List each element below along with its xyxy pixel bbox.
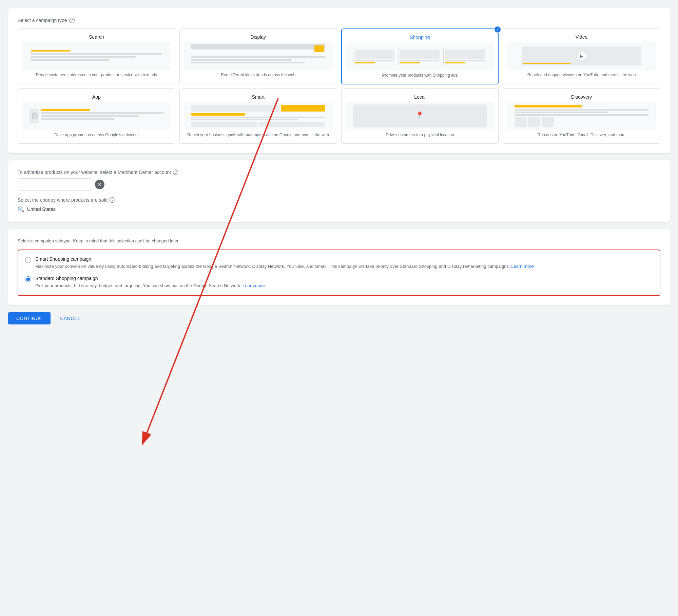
search-title: Search [22, 34, 171, 40]
country-search-icon: 🔍 [18, 206, 24, 213]
local-title: Local [346, 94, 495, 100]
smart-shopping-title: Smart Shopping campaign [35, 256, 534, 262]
campaign-card-smart[interactable]: Smart [179, 88, 337, 144]
shopping-preview [346, 43, 494, 70]
country-value: United States [27, 206, 56, 212]
continue-button[interactable]: CONTINUE [8, 312, 51, 324]
standard-shopping-title: Standard Shopping campaign [35, 276, 265, 281]
standard-shopping-content: Standard Shopping campaign Pick your pro… [35, 276, 265, 289]
merchant-input-row: ✕ [18, 178, 660, 191]
standard-shopping-radio[interactable] [25, 276, 31, 282]
country-label-text: Select the country where products are so… [18, 197, 108, 203]
svg-line-3 [142, 98, 278, 444]
smart-shopping-radio[interactable] [25, 257, 31, 263]
app-desc: Drive app promotion across Google's netw… [22, 132, 171, 138]
search-preview [22, 42, 171, 69]
local-desc: Drive customers to a physical location [346, 132, 495, 138]
video-title: Video [507, 34, 656, 40]
discovery-desc: Run ads on YouTube, Gmail, Discover, and… [507, 132, 656, 138]
smart-shopping-desc: Maximize your conversion value by using … [35, 263, 534, 270]
phone-icon [30, 109, 39, 123]
video-desc: Reach and engage viewers on YouTube and … [507, 72, 656, 78]
standard-shopping-desc-text: Pick your products, bid strategy, budget… [35, 283, 241, 288]
campaign-card-display[interactable]: Display Run different kinds of ads acros… [179, 28, 337, 84]
campaign-card-local[interactable]: Local 📍 Drive customers to a physical lo… [341, 88, 499, 144]
merchant-center-card: To advertise products on your website, s… [8, 160, 670, 222]
discovery-title: Discovery [507, 94, 656, 100]
shopping-title: Shopping [346, 35, 494, 40]
standard-shopping-learn-more[interactable]: Learn more [243, 283, 265, 288]
play-icon: ▶ [578, 52, 586, 60]
merchant-clear-button[interactable]: ✕ [95, 180, 104, 189]
search-desc: Reach customers interested in your produ… [22, 72, 171, 78]
svg-rect-1 [33, 114, 35, 114]
merchant-help-icon[interactable]: ? [173, 170, 178, 175]
annotation-arrow [0, 0, 678, 616]
campaign-type-help-icon[interactable]: ? [69, 18, 75, 23]
svg-rect-0 [32, 113, 36, 119]
smart-preview [184, 102, 333, 130]
standard-shopping-option: Standard Shopping campaign Pick your pro… [25, 276, 653, 289]
subtype-selection-box: Smart Shopping campaign Maximize your co… [18, 250, 660, 296]
display-preview [184, 42, 333, 69]
smart-desc: Reach your business goals with automated… [184, 132, 333, 138]
smart-shopping-desc-text: Maximize your conversion value by using … [35, 264, 510, 269]
app-preview [22, 102, 171, 130]
smart-title: Smart [184, 94, 333, 100]
merchant-title-text: To advertise products on your website, s… [18, 170, 171, 175]
smart-shopping-option: Smart Shopping campaign Maximize your co… [25, 256, 653, 270]
campaign-type-label: Select a campaign type [18, 18, 67, 23]
shopping-checkmark: ✓ [494, 26, 501, 33]
standard-shopping-desc: Pick your products, bid strategy, budget… [35, 282, 265, 289]
campaign-type-card: Select a campaign type ? Search Reach cu… [8, 8, 670, 153]
country-label: Select the country where products are so… [18, 197, 660, 203]
video-preview: ▶ [507, 42, 656, 69]
campaign-card-app[interactable]: App Drive app promotion a [18, 88, 175, 144]
shopping-desc: Promote your products with Shopping ads [346, 73, 494, 78]
campaign-card-search[interactable]: Search Reach customers interested in you… [18, 28, 175, 84]
campaign-card-shopping[interactable]: ✓ Shopping [341, 28, 499, 84]
subtype-notice: Select a campaign subtype. Keep in mind … [18, 238, 660, 243]
smart-shopping-learn-more[interactable]: Learn more [511, 264, 534, 269]
country-row: 🔍 United States [18, 206, 660, 213]
campaign-card-discovery[interactable]: Discovery Run ads on YouTube, [503, 88, 660, 144]
cancel-button[interactable]: CANCEL [56, 312, 84, 324]
merchant-input[interactable] [18, 178, 92, 191]
display-title: Display [184, 34, 333, 40]
campaign-type-grid: Search Reach customers interested in you… [18, 28, 660, 144]
local-preview: 📍 [346, 102, 495, 130]
campaign-card-video[interactable]: Video ▶ Reach and engage viewers on YouT… [503, 28, 660, 84]
app-title: App [22, 94, 171, 100]
display-desc: Run different kinds of ads across the we… [184, 72, 333, 78]
campaign-type-title: Select a campaign type ? [18, 18, 660, 23]
smart-shopping-content: Smart Shopping campaign Maximize your co… [35, 256, 534, 270]
country-help-icon[interactable]: ? [110, 197, 115, 203]
map-pin-icon: 📍 [415, 111, 424, 119]
action-buttons: CONTINUE CANCEL [8, 312, 670, 324]
discovery-preview [507, 102, 656, 130]
merchant-label: To advertise products on your website, s… [18, 170, 660, 175]
campaign-subtype-card: Select a campaign subtype. Keep in mind … [8, 229, 670, 305]
